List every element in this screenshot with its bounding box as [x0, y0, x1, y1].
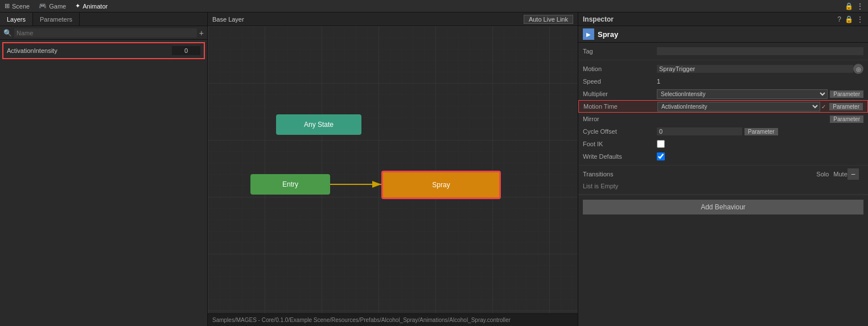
- mirror-row: Mirror Parameter: [578, 113, 868, 125]
- lock-icon[interactable]: 🔒: [845, 2, 853, 10]
- tag-row: Tag: [578, 45, 868, 57]
- motion-label: Motion: [583, 65, 657, 72]
- inspector-more-icon[interactable]: ⋮: [857, 15, 863, 23]
- speed-label: Speed: [583, 78, 657, 85]
- center-toolbar: Base Layer Auto Live Link: [208, 13, 578, 26]
- tab-layers[interactable]: Layers: [0, 13, 33, 26]
- motion-time-param-button[interactable]: Parameter: [829, 103, 863, 110]
- inspector-section-tag: Tag: [578, 43, 868, 60]
- game-icon: 🎮: [39, 2, 47, 10]
- inspector-lock-icon[interactable]: 🔒: [845, 15, 853, 23]
- motion-value: SprayTrigger: [657, 65, 853, 73]
- transitions-label: Transitions: [583, 171, 816, 178]
- canvas-area[interactable]: Any State Entry Spray: [208, 26, 578, 313]
- left-tabs: Layers Parameters: [0, 13, 207, 26]
- inspector-question-icon[interactable]: ?: [837, 15, 841, 23]
- write-defaults-checkbox[interactable]: [657, 152, 665, 160]
- param-row: ActivationIntensity: [2, 42, 205, 59]
- multiplier-select[interactable]: SelectionIntensity: [657, 89, 828, 99]
- status-bar: Samples/MAGES - Core/0.1.0/Example Scene…: [208, 313, 578, 326]
- tag-label: Tag: [583, 48, 657, 55]
- multiplier-label: Multiplier: [583, 90, 657, 97]
- main-layout: Layers Parameters 🔍 + ActivationIntensit…: [0, 13, 868, 326]
- inspector-section-transitions: Transitions Solo Mute − List is Empty: [578, 166, 868, 195]
- write-defaults-label: Write Defaults: [583, 153, 657, 160]
- object-icon: ▶: [583, 28, 594, 40]
- multiplier-row: Multiplier SelectionIntensity Parameter: [578, 88, 868, 100]
- mirror-param-button[interactable]: Parameter: [830, 115, 863, 123]
- center-panel: Base Layer Auto Live Link: [208, 13, 578, 313]
- more-icon[interactable]: ⋮: [857, 2, 863, 10]
- top-bar: ⊞ Scene 🎮 Game ✦ Animator 🔒 ⋮: [0, 0, 868, 13]
- foot-ik-row: Foot IK: [578, 138, 868, 150]
- transitions-minus-button[interactable]: −: [848, 168, 859, 180]
- cycle-offset-param-button[interactable]: Parameter: [744, 128, 778, 135]
- animator-label: Animator: [83, 3, 108, 10]
- inspector-body: ▶ Spray Tag Motion SprayTrigger ◎: [578, 26, 868, 326]
- write-defaults-row: Write Defaults: [578, 150, 868, 163]
- multiplier-param-button[interactable]: Parameter: [830, 90, 863, 98]
- foot-ik-checkbox[interactable]: [657, 140, 665, 148]
- window-controls: 🔒 ⋮: [845, 2, 863, 10]
- inspector-icons: ? 🔒 ⋮: [837, 15, 863, 23]
- search-input[interactable]: [14, 28, 197, 38]
- foot-ik-label: Foot IK: [583, 141, 657, 147]
- game-tab[interactable]: 🎮 Game: [39, 2, 66, 10]
- auto-live-button[interactable]: Auto Live Link: [524, 15, 573, 24]
- inspector-section-motion: Motion SprayTrigger ◎ Speed 1 Multiplier…: [578, 60, 868, 166]
- search-icon: 🔍: [3, 29, 12, 37]
- transitions-mute-label: Mute: [833, 171, 847, 178]
- tab-parameters[interactable]: Parameters: [33, 13, 80, 26]
- motion-row: Motion SprayTrigger ◎: [578, 63, 868, 75]
- transitions-solo-label: Solo: [816, 171, 829, 178]
- motion-circle-button[interactable]: ◎: [853, 64, 863, 74]
- param-name-label: ActivationIntensity: [7, 47, 172, 54]
- toolbar-right: Auto Live Link: [524, 15, 573, 24]
- inspector-footer: Add Behaviour: [578, 195, 868, 219]
- layer-title: Base Layer: [212, 16, 244, 23]
- inspector-object-header: ▶ Spray: [578, 26, 868, 43]
- scene-tab[interactable]: ⊞ Scene: [5, 2, 30, 10]
- status-path: Samples/MAGES - Core/0.1.0/Example Scene…: [212, 317, 511, 323]
- game-label: Game: [49, 3, 66, 10]
- state-any-state[interactable]: Any State: [276, 114, 361, 135]
- speed-row: Speed 1: [578, 75, 868, 88]
- cycle-offset-label: Cycle Offset: [583, 128, 657, 135]
- object-name: Spray: [598, 30, 618, 39]
- inspector-title: Inspector: [583, 15, 614, 23]
- right-panel: Inspector ? 🔒 ⋮ ▶ Spray Tag: [578, 13, 868, 326]
- param-value-input[interactable]: [172, 46, 200, 55]
- search-row: 🔍 +: [0, 26, 207, 40]
- transitions-header: Transitions Solo Mute −: [578, 168, 868, 180]
- add-behaviour-button[interactable]: Add Behaviour: [583, 200, 863, 214]
- tag-input[interactable]: [657, 47, 863, 55]
- motion-time-label: Motion Time: [583, 103, 657, 110]
- scene-label: Scene: [12, 3, 30, 10]
- animator-tab[interactable]: ✦ Animator: [75, 2, 108, 10]
- motion-time-row: Motion Time ActivationIntensity ✓ Parame…: [578, 100, 868, 113]
- left-panel: Layers Parameters 🔍 + ActivationIntensit…: [0, 13, 208, 326]
- state-entry[interactable]: Entry: [250, 174, 330, 195]
- center-full: Base Layer Auto Live Link: [208, 13, 578, 326]
- cycle-offset-row: Cycle Offset Parameter: [578, 125, 868, 138]
- state-spray[interactable]: Spray: [381, 171, 501, 199]
- grid-background: [208, 26, 578, 313]
- inspector-header: Inspector ? 🔒 ⋮: [578, 13, 868, 26]
- mirror-label: Mirror: [583, 115, 657, 122]
- motion-time-select[interactable]: ActivationIntensity: [657, 102, 820, 112]
- scene-grid-icon: ⊞: [5, 2, 10, 10]
- cycle-offset-input[interactable]: [657, 127, 742, 135]
- speed-value: 1: [657, 78, 863, 85]
- add-param-button[interactable]: +: [199, 28, 204, 38]
- animator-icon: ✦: [75, 2, 80, 10]
- list-empty-row: List is Empty: [578, 180, 868, 192]
